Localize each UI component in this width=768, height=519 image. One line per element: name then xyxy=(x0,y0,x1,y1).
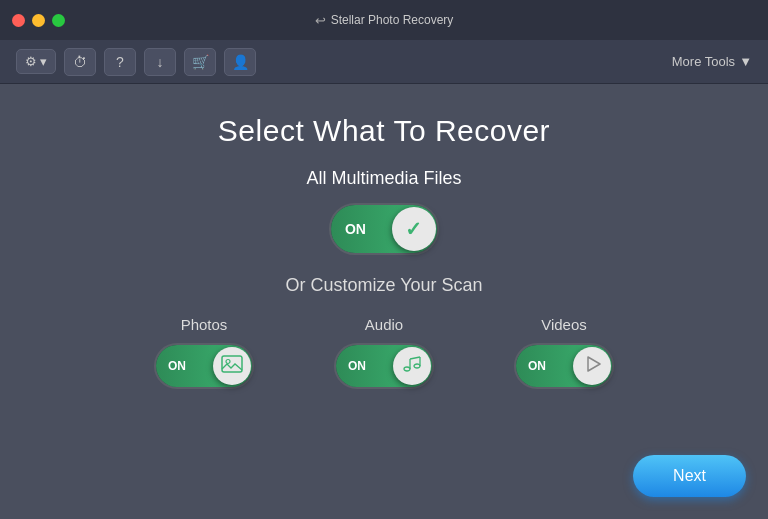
more-tools-dropdown-icon: ▼ xyxy=(739,54,752,69)
page-title: Select What To Recover xyxy=(218,114,550,148)
audio-category: Audio ON xyxy=(334,316,434,389)
cart-icon: 🛒 xyxy=(192,54,209,70)
videos-toggle-track: ON xyxy=(516,345,612,387)
audio-toggle-label: ON xyxy=(348,359,366,373)
toolbar: ⚙ ▾ ⏱ ? ↓ 🛒 👤 More Tools ▼ xyxy=(0,40,768,84)
photos-toggle-label: ON xyxy=(168,359,186,373)
videos-toggle[interactable]: ON xyxy=(514,343,614,389)
videos-category: Videos ON xyxy=(514,316,614,389)
close-button[interactable] xyxy=(12,14,25,27)
app-title: Stellar Photo Recovery xyxy=(331,13,454,27)
multimedia-toggle[interactable]: ON ✓ xyxy=(329,203,439,255)
settings-button[interactable]: ⚙ ▾ xyxy=(16,49,56,74)
photos-toggle-knob xyxy=(213,347,251,385)
title-bar-title: ↩ Stellar Photo Recovery xyxy=(315,13,454,28)
svg-marker-7 xyxy=(588,357,600,371)
audio-toggle-knob xyxy=(393,347,431,385)
audio-toggle[interactable]: ON xyxy=(334,343,434,389)
minimize-button[interactable] xyxy=(32,14,45,27)
more-tools-label: More Tools xyxy=(672,54,735,69)
audio-toggle-track: ON xyxy=(336,345,432,387)
check-icon: ✓ xyxy=(405,217,422,241)
videos-toggle-label: ON xyxy=(528,359,546,373)
restore-button[interactable]: ⏱ xyxy=(64,48,96,76)
gear-icon: ⚙ xyxy=(25,54,37,69)
photos-category: Photos ON xyxy=(154,316,254,389)
back-icon: ↩ xyxy=(315,13,326,28)
user-button[interactable]: 👤 xyxy=(224,48,256,76)
svg-line-6 xyxy=(410,357,420,359)
title-bar: ↩ Stellar Photo Recovery xyxy=(0,0,768,40)
categories-row: Photos ON xyxy=(154,316,614,389)
multimedia-toggle-label: ON xyxy=(345,221,366,237)
toolbar-left: ⚙ ▾ ⏱ ? ↓ 🛒 👤 xyxy=(16,48,256,76)
photos-toggle-track: ON xyxy=(156,345,252,387)
videos-toggle-knob xyxy=(573,347,611,385)
audio-label: Audio xyxy=(365,316,403,333)
photos-label: Photos xyxy=(181,316,228,333)
svg-point-1 xyxy=(226,359,230,363)
svg-point-3 xyxy=(414,364,420,368)
multimedia-section: All Multimedia Files ON ✓ xyxy=(306,168,461,255)
cart-button[interactable]: 🛒 xyxy=(184,48,216,76)
svg-point-2 xyxy=(404,367,410,371)
photos-toggle[interactable]: ON xyxy=(154,343,254,389)
videos-label: Videos xyxy=(541,316,587,333)
more-tools-menu[interactable]: More Tools ▼ xyxy=(672,54,752,69)
maximize-button[interactable] xyxy=(52,14,65,27)
customize-label: Or Customize Your Scan xyxy=(285,275,482,296)
next-button[interactable]: Next xyxy=(633,455,746,497)
traffic-lights xyxy=(12,14,65,27)
multimedia-toggle-track: ON ✓ xyxy=(331,205,437,253)
main-content: Select What To Recover All Multimedia Fi… xyxy=(0,84,768,409)
multimedia-toggle-knob: ✓ xyxy=(392,207,436,251)
multimedia-label: All Multimedia Files xyxy=(306,168,461,189)
help-button[interactable]: ? xyxy=(104,48,136,76)
audio-icon xyxy=(401,353,423,380)
settings-dropdown-icon: ▾ xyxy=(40,54,47,69)
photo-icon xyxy=(221,355,243,378)
restore-icon: ⏱ xyxy=(73,54,87,70)
svg-rect-0 xyxy=(222,356,242,372)
user-icon: 👤 xyxy=(232,54,249,70)
video-play-icon xyxy=(581,353,603,380)
download-icon: ↓ xyxy=(157,54,164,70)
help-icon: ? xyxy=(116,54,124,70)
download-button[interactable]: ↓ xyxy=(144,48,176,76)
